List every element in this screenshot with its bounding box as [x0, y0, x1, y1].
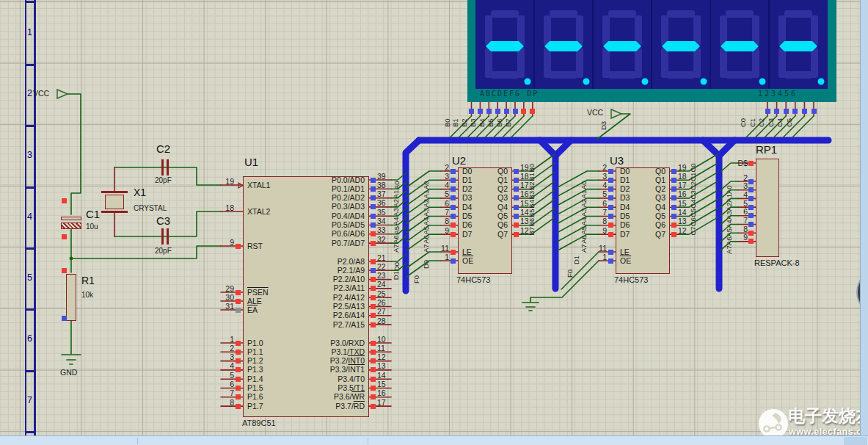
- pin-number: 7: [733, 216, 748, 225]
- pin-label: LE: [462, 247, 472, 256]
- net-label: F0: [566, 269, 574, 278]
- wire[interactable]: [71, 246, 221, 258]
- pin-state-square: [236, 299, 241, 304]
- pin-label: PSEN: [247, 288, 269, 297]
- pin-number: 13: [377, 361, 386, 370]
- pin-state-square: [236, 367, 241, 372]
- pin-label: P1.7: [247, 402, 263, 410]
- pin-number: 27: [377, 307, 386, 316]
- pin-state-square: [371, 304, 376, 309]
- pin-state-square: [671, 205, 676, 210]
- gnd-label[interactable]: GND: [60, 368, 77, 377]
- pin-state-square: [748, 213, 754, 218]
- c3-ref: C3: [156, 214, 170, 227]
- vertical-scrollbar[interactable]: [860, 0, 868, 445]
- u3-ref[interactable]: U3: [610, 154, 624, 167]
- pin-number: 6: [733, 207, 748, 216]
- net-label: B6: [495, 118, 503, 127]
- pin-label: Q7: [602, 230, 665, 239]
- pin-state-square: [774, 109, 779, 114]
- u2-ref[interactable]: U2: [452, 154, 466, 167]
- pin-state-square: [504, 109, 509, 114]
- pin-state-square: [371, 377, 376, 382]
- pin-state-square: [371, 214, 376, 219]
- pin-number: 13: [678, 217, 687, 225]
- pin-state-square: [371, 222, 376, 228]
- vcc-left-label[interactable]: VCC: [33, 89, 49, 98]
- horizontal-scrollbar[interactable]: [0, 435, 868, 445]
- pin-label: P1.3: [247, 365, 263, 374]
- ruler-tick: [25, 187, 36, 189]
- pin-label: P0.0/AD0: [302, 176, 365, 184]
- pin-state-square: [236, 358, 241, 363]
- pin-label: Q1: [445, 176, 508, 184]
- pin-label: P1.0: [247, 339, 263, 347]
- pin-label: P1.1: [247, 347, 263, 356]
- pin-number: 25: [377, 289, 386, 298]
- pin-label: P3.1/TXD: [302, 347, 365, 356]
- state-square: [62, 234, 67, 239]
- lit-decimal-point: [642, 79, 649, 85]
- scrollbar-thumb[interactable]: [844, 437, 867, 445]
- pin-number: 5: [733, 199, 748, 208]
- pin-label: P0.7/AD7: [302, 239, 365, 247]
- pin-number: 10: [377, 335, 386, 344]
- pin-number: 18: [520, 172, 529, 181]
- pin-state-square: [514, 232, 519, 237]
- pin-state-square: [514, 178, 519, 183]
- net-label: C0: [689, 163, 697, 172]
- pin-state-square: [371, 231, 376, 236]
- net-label: C5: [785, 118, 793, 127]
- pin-state-square: [514, 169, 519, 174]
- vcc-right-label[interactable]: VCC: [587, 108, 603, 117]
- lit-segment-g: [662, 41, 700, 51]
- pin-state-square: [486, 109, 492, 114]
- ruler-tick: [25, 308, 36, 311]
- schematic-canvas[interactable]: D3A0A1A2A3A4A5A6A7D0D1A0A1A2A3A4A5A6A7B0…: [0, 0, 868, 445]
- wire[interactable]: [511, 116, 533, 137]
- pin-number: 18: [678, 172, 687, 181]
- wire[interactable]: [68, 94, 81, 214]
- pin-number: 6: [209, 380, 234, 388]
- u1-ref[interactable]: U1: [244, 156, 258, 168]
- rp1-ref[interactable]: RP1: [756, 143, 777, 156]
- pin-state-square: [371, 178, 376, 183]
- pin-state-square: [514, 195, 519, 200]
- elecfans-logo-icon: [759, 409, 788, 438]
- pin-state-square: [371, 295, 376, 300]
- cap-plate: [161, 228, 164, 245]
- bus-segment[interactable]: [703, 140, 719, 289]
- lit-segment-g: [603, 41, 641, 51]
- net-label: C1: [748, 118, 756, 127]
- pin-label: OE: [462, 256, 473, 265]
- wire[interactable]: [530, 261, 599, 302]
- x1-value: CRYSTAL: [134, 204, 167, 212]
- pin-label: XTAL2: [247, 207, 270, 216]
- crystal-plate: [101, 211, 128, 213]
- pin-number: 23: [377, 271, 386, 280]
- x1-ref: X1: [134, 187, 146, 198]
- lit-segment-g: [544, 41, 583, 51]
- pin-state-square: [748, 161, 754, 166]
- pin-state-square: [236, 386, 241, 391]
- pin-label: P2.4/A12: [302, 293, 365, 302]
- pin-state-square: [371, 259, 376, 264]
- pin-state-square: [371, 322, 376, 328]
- net-label: D1: [393, 271, 401, 280]
- seven-seg-digit: [710, 0, 769, 89]
- ruler-number: 7: [25, 395, 34, 405]
- wire[interactable]: [792, 116, 814, 137]
- c1-ref: C1: [86, 208, 100, 220]
- pin-state-square: [371, 286, 376, 291]
- ruler-number: 5: [25, 272, 34, 283]
- pin-label: EA: [247, 305, 258, 314]
- lit-decimal-point: [818, 79, 825, 85]
- pin-state-square: [371, 268, 376, 273]
- pin-label: P0.2/AD2: [302, 193, 365, 202]
- pin-label: Q3: [602, 193, 665, 202]
- pin-number: 7: [209, 388, 234, 397]
- pin-number: 36: [377, 198, 386, 207]
- rp1-body[interactable]: [756, 159, 779, 257]
- seven-seg-display[interactable]: ABCDEFG DP 123456: [467, 0, 836, 102]
- pin-state-square: [371, 394, 376, 399]
